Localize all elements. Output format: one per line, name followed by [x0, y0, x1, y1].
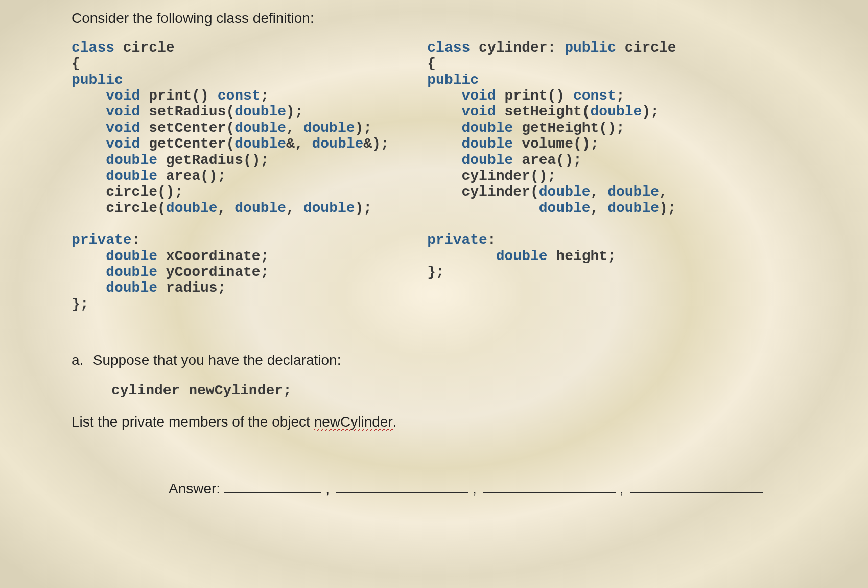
kw-double: double — [72, 152, 157, 168]
comma: , — [473, 481, 477, 497]
code-left: class circle { public void print() const… — [72, 40, 423, 312]
kw-double: double — [539, 184, 591, 200]
kw-void: void — [72, 136, 140, 152]
comma: , — [620, 481, 624, 497]
brace: { — [427, 56, 436, 72]
brace: { — [72, 56, 80, 72]
question-line2: List the private members of the object n… — [72, 414, 796, 430]
kw-void: void — [427, 88, 496, 104]
answer-blank-3[interactable] — [483, 479, 616, 493]
code-columns: class circle { public void print() const… — [72, 40, 796, 312]
kw-const: const — [218, 88, 261, 104]
ctor2-a: circle( — [72, 200, 166, 216]
ctor2-a: cylinder( — [427, 184, 538, 200]
kw-double: double — [234, 200, 286, 216]
kw-class: class — [427, 40, 470, 56]
kw-double: double — [427, 136, 513, 152]
kw-double: double — [427, 248, 547, 264]
kw-double: double — [234, 136, 286, 152]
kw-void: void — [72, 104, 140, 120]
answer-blank-1[interactable] — [224, 479, 321, 493]
close-brace: }; — [72, 296, 89, 312]
kw-double: double — [607, 184, 659, 200]
id-cyl: cylinder: — [470, 40, 565, 56]
answer-row: Answer: , , , — [169, 479, 796, 497]
kw-void: void — [72, 88, 140, 104]
answer-blank-2[interactable] — [336, 479, 468, 493]
kw-void: void — [72, 120, 140, 136]
answer-blank-4[interactable] — [630, 479, 763, 493]
kw-double: double — [72, 248, 157, 264]
kw-double: double — [591, 104, 642, 120]
kw-private: private — [72, 232, 132, 248]
code-right-col: class cylinder: public circle { public v… — [427, 40, 796, 312]
kw-double: double — [166, 200, 218, 216]
kw-class: class — [72, 40, 114, 56]
kw-double: double — [72, 264, 157, 280]
kw-void: void — [427, 104, 496, 120]
kw-double: double — [234, 120, 286, 136]
code-left-col: class circle { public void print() const… — [72, 40, 423, 312]
kw-public: public — [427, 72, 479, 88]
ctor: cylinder(); — [427, 168, 556, 184]
kw-double: double — [607, 200, 659, 216]
underlined-word: newCylinder — [314, 415, 393, 429]
kw-double: double — [303, 120, 355, 136]
intro-text: Consider the following class definition: — [72, 10, 796, 27]
kw-public: public — [72, 72, 123, 88]
page-sheet: Consider the following class definition:… — [0, 0, 868, 588]
kw-double: double — [303, 200, 355, 216]
kw-double: double — [72, 280, 157, 296]
question-line1: Suppose that you have the declaration: — [93, 352, 341, 368]
question-period: . — [393, 414, 397, 430]
kw-public: public — [565, 40, 616, 56]
underlined-text: newCylinder — [314, 414, 393, 432]
id-circle: circle — [114, 40, 175, 56]
question-declaration: cylinder newCylinder; — [111, 383, 796, 398]
kw-double: double — [312, 136, 364, 152]
answer-label: Answer: — [169, 481, 220, 497]
kw-private: private — [427, 232, 487, 248]
ctor: circle(); — [72, 184, 183, 200]
kw-double: double — [72, 168, 157, 184]
kw-const: const — [573, 88, 616, 104]
code-right: class cylinder: public circle { public v… — [427, 40, 796, 280]
kw-double: double — [427, 120, 513, 136]
kw-double: double — [539, 200, 591, 216]
question-line2a: List the private members of the object — [72, 414, 314, 430]
question-label: a. — [72, 352, 89, 368]
comma: , — [325, 481, 330, 497]
close-brace: }; — [427, 264, 444, 280]
kw-double: double — [427, 152, 513, 168]
kw-double: double — [234, 104, 286, 120]
question-a: a. Suppose that you have the declaration… — [72, 352, 796, 368]
